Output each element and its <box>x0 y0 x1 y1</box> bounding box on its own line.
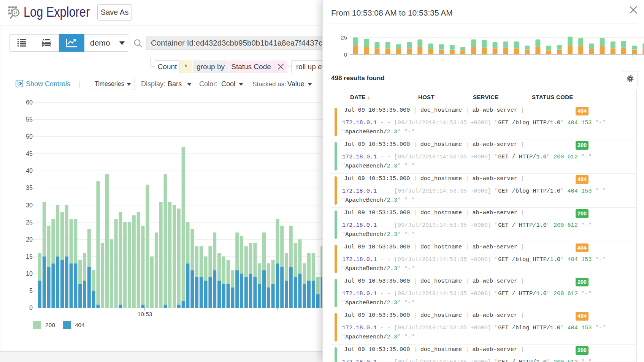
svg-text:25: 25 <box>26 219 33 226</box>
svg-text:5: 5 <box>29 288 33 294</box>
svg-text:15: 15 <box>26 253 33 260</box>
svg-text:35: 35 <box>26 185 33 191</box>
svg-text:25: 25 <box>341 34 347 41</box>
svg-text:45: 45 <box>26 150 33 157</box>
svg-text:20: 20 <box>26 236 33 243</box>
svg-text:30: 30 <box>26 202 33 209</box>
svg-text:55: 55 <box>26 116 33 123</box>
svg-text:0: 0 <box>29 305 33 311</box>
svg-text:0: 0 <box>344 51 347 58</box>
svg-text:40: 40 <box>26 168 33 174</box>
svg-text:50: 50 <box>26 133 33 140</box>
svg-text:10:53: 10:53 <box>138 311 152 317</box>
svg-text:60: 60 <box>26 99 33 106</box>
svg-text:10: 10 <box>26 270 33 277</box>
